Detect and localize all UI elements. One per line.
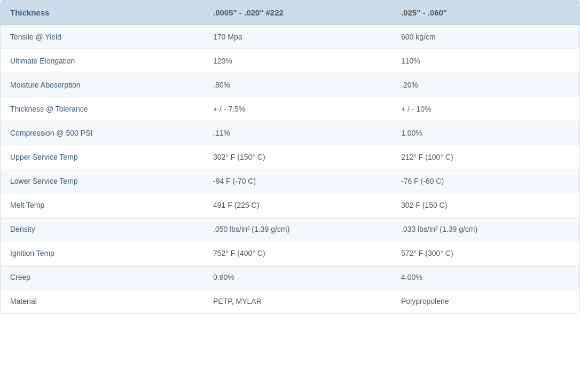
row-val2: 4.00% (391, 265, 579, 289)
row-label: Moisture Abosorption (1, 73, 203, 97)
row-label: Melt Temp (1, 193, 203, 217)
row-val1: 170 Mpa (203, 25, 391, 49)
table-row: Compression @ 500 PSI.11%1.00% (1, 121, 579, 145)
row-val1: 302° F (150° C) (203, 145, 391, 169)
row-val2: 110% (391, 49, 579, 73)
table-row: MaterialPETP, MYLARPolypropolene (1, 289, 579, 313)
row-val1: 0.90% (203, 265, 391, 289)
row-val1: .80% (203, 73, 391, 97)
row-label: Ignition Temp (1, 241, 203, 265)
row-label: Thickness @ Tolerance (1, 97, 203, 121)
table-row: Ultimate Elongation120%110% (1, 49, 579, 73)
row-label: Ultimate Elongation (1, 49, 203, 73)
row-label: Material (1, 289, 203, 313)
row-label: Tensile @ Yield (1, 25, 203, 49)
row-val2: Polypropolene (391, 289, 579, 313)
table-header: Thickness .0005" - .020" #222 .025" - .0… (1, 1, 579, 25)
table-body: Tensile @ Yield170 Mpa600 kg/cmUltimate … (1, 25, 579, 313)
row-val2: 1.00% (391, 121, 579, 145)
row-label: Upper Service Temp (1, 145, 203, 169)
row-val1: PETP, MYLAR (203, 289, 391, 313)
table-row: Tensile @ Yield170 Mpa600 kg/cm (1, 25, 579, 49)
row-val1: 120% (203, 49, 391, 73)
row-val2: -76 F (-60 C) (391, 169, 579, 193)
row-val2: 600 kg/cm (391, 25, 579, 49)
row-val1: 491 F (225 C) (203, 193, 391, 217)
table-row: Density.050 lbs/in³ (1.39 g/cm).033 lbs/… (1, 217, 579, 241)
row-val1: -94 F (-70 C) (203, 169, 391, 193)
header-col2: .0005" - .020" #222 (203, 1, 391, 25)
row-label: Creep (1, 265, 203, 289)
table-row: Upper Service Temp302° F (150° C)212° F … (1, 145, 579, 169)
table-row: Melt Temp491 F (225 C)302 F (150 C) (1, 193, 579, 217)
table-row: Lower Service Temp-94 F (-70 C)-76 F (-6… (1, 169, 579, 193)
row-val2: .033 lbs/in³ (1.39 g/cm) (391, 217, 579, 241)
row-val1: .11% (203, 121, 391, 145)
row-val2: 572° F (300° C) (391, 241, 579, 265)
row-val1: 752° F (400° C) (203, 241, 391, 265)
header-col3: .025" - .060" (391, 1, 579, 25)
row-val2: 212° F (100° C) (391, 145, 579, 169)
row-val2: + / - 10% (391, 97, 579, 121)
table-row: Ignition Temp752° F (400° C)572° F (300°… (1, 241, 579, 265)
row-val2: .20% (391, 73, 579, 97)
row-val1: + / - 7.5% (203, 97, 391, 121)
row-val2: 302 F (150 C) (391, 193, 579, 217)
data-table: Thickness .0005" - .020" #222 .025" - .0… (0, 0, 580, 313)
row-val1: .050 lbs/in³ (1.39 g/cm) (203, 217, 391, 241)
row-label: Compression @ 500 PSI (1, 121, 203, 145)
table-row: Moisture Abosorption.80%.20% (1, 73, 579, 97)
row-label: Lower Service Temp (1, 169, 203, 193)
row-label: Density (1, 217, 203, 241)
table-row: Thickness @ Tolerance+ / - 7.5%+ / - 10% (1, 97, 579, 121)
table-row: Creep0.90%4.00% (1, 265, 579, 289)
header-col1: Thickness (1, 1, 203, 25)
